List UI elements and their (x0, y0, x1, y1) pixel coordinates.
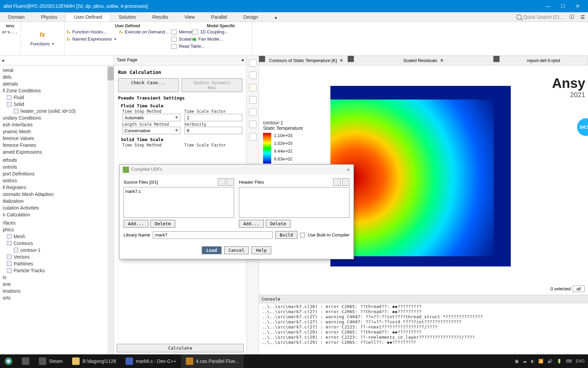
tree-node[interactable]: ference Values (0, 135, 114, 142)
rotate-icon[interactable] (249, 96, 257, 104)
tray-icon[interactable]: ▣ (515, 359, 519, 364)
tree-node[interactable]: ference Frames (0, 142, 114, 149)
cancel-button[interactable]: Cancel (224, 246, 249, 254)
outline-toolbar[interactable]: ▾ (0, 56, 114, 65)
tree-node[interactable]: heater_zone (solid, id=10) (0, 108, 114, 114)
close-icon[interactable]: ✕ (340, 58, 343, 63)
help-button[interactable]: Help (251, 246, 271, 254)
ribbon-function-hooks[interactable]: fₓFunction Hooks... (67, 29, 117, 34)
system-tray[interactable]: ▣ ☁ ◐ 📶 🔊 🔋 ⌨ ENG (511, 359, 588, 364)
box-icon[interactable] (249, 72, 257, 79)
taskbar-chrome[interactable] (0, 354, 17, 368)
tree-node[interactable]: itialization (0, 198, 114, 204)
delete-source-button[interactable]: Delete (150, 220, 175, 228)
tree-node[interactable]: Vectors (0, 254, 114, 260)
header-files-list[interactable] (239, 187, 349, 218)
recording-timer-badge[interactable]: 04:55 (577, 118, 588, 136)
close-icon[interactable]: ✕ (440, 58, 444, 63)
viewtab-report[interactable]: report-def-0-rplot (500, 56, 588, 65)
deselect-all-icon[interactable] (342, 178, 349, 186)
verbosity-input[interactable]: 0 (184, 127, 243, 134)
tree-node[interactable]: aterials (0, 80, 114, 87)
select-all-icon[interactable] (218, 178, 225, 186)
maximize-button[interactable]: ☐ (556, 3, 570, 9)
menutab-user-defined[interactable]: User-Defined (65, 12, 110, 21)
language-indicator[interactable]: ENG (576, 359, 585, 364)
menutab-physics[interactable]: Physics (33, 12, 65, 21)
menutab-results[interactable]: Results (144, 12, 177, 21)
tree-node[interactable]: neral (0, 67, 114, 74)
tree-node[interactable]: orts (0, 294, 114, 301)
tree-node[interactable]: ts (0, 274, 114, 281)
menutab-view[interactable]: View (176, 12, 203, 21)
zoom-icon[interactable] (249, 121, 257, 128)
mesh-display-icon[interactable] (249, 59, 257, 67)
viewtab-residuals[interactable]: Scaled Residuals✕ (354, 56, 493, 65)
load-button[interactable]: Load (202, 246, 221, 254)
tree-node[interactable]: imations (0, 288, 114, 294)
close-button[interactable]: ✕ (571, 3, 585, 9)
minimize-button[interactable]: — (541, 3, 555, 9)
ribbon-execute-on-demand[interactable]: fₓExecute on Demand... (119, 29, 169, 34)
taskbar-devcpp[interactable]: mark6.c - Dev-C++ (121, 354, 181, 368)
tree-node[interactable]: ll Registers (0, 184, 114, 191)
tree-node[interactable]: culation Activities (0, 204, 114, 211)
library-name-input[interactable]: mark7 (153, 231, 273, 239)
vscrollbar[interactable] (108, 65, 114, 354)
viewtab-contours[interactable]: Contours of Static Temperature [K]✕ (265, 56, 348, 65)
source-file-item[interactable]: mark7.c (125, 189, 232, 194)
selection-scope[interactable]: all (573, 286, 585, 292)
tree-node[interactable]: Mesh (0, 233, 114, 240)
tree-node[interactable]: rfaces (0, 219, 114, 226)
add-source-button[interactable]: Add... (124, 220, 148, 228)
help-button[interactable]: ⓘ (566, 12, 577, 21)
calculate-button[interactable]: Calculate (117, 344, 244, 352)
delete-header-button[interactable]: Delete (266, 220, 291, 228)
time-step-method-combo[interactable]: Automatic (122, 114, 180, 121)
menutab-solution[interactable]: Solution (111, 12, 144, 21)
dialog-close-button[interactable]: ✕ (346, 167, 350, 172)
ribbon-named-expressions[interactable]: fₓNamed Expressions ▾ (67, 36, 117, 42)
tree-node[interactable]: Solid (0, 101, 114, 108)
ribbon-functions-dropdown[interactable]: Functions ▾ (30, 41, 54, 46)
tree-node[interactable]: Pathlines (0, 260, 114, 267)
menutab-domain[interactable]: Domain (0, 12, 33, 21)
task-collapse[interactable]: ◂ (241, 57, 244, 64)
pan-icon[interactable] (249, 108, 257, 116)
tree-node[interactable]: dels (0, 74, 114, 80)
taskbar-folder[interactable]: B:\dagong\1128 (67, 354, 121, 368)
tree-node[interactable]: utomatic Mesh Adaption (0, 191, 114, 198)
taskbar-app2[interactable] (17, 354, 34, 368)
ribbon-1d-coupling[interactable]: 1D Coupling... (193, 29, 228, 34)
source-files-list[interactable]: mark7.c (124, 187, 234, 218)
menutab-design[interactable]: Design (235, 12, 266, 21)
fit-icon[interactable] (249, 133, 257, 140)
check-case-button[interactable]: Check Case... (118, 78, 179, 92)
tree-node[interactable]: amed Expressions (0, 149, 114, 155)
tree-node[interactable]: ll Zone Conditions (0, 87, 114, 94)
pointer-icon[interactable] (249, 84, 257, 91)
volume-icon[interactable]: 🔊 (548, 359, 553, 364)
tray-icon[interactable]: ◐ (531, 359, 534, 364)
tray-icon[interactable]: ☁ (523, 359, 527, 364)
tree-node[interactable]: undary Conditions (0, 114, 114, 121)
panel-toggle-button[interactable]: ☰ (577, 12, 588, 21)
tree-node[interactable]: Contours (0, 240, 114, 247)
taskbar-steam[interactable]: Steam (34, 354, 67, 368)
tree-node[interactable]: onitors (0, 177, 114, 184)
ribbon-item-ers[interactable]: ers... (2, 29, 18, 34)
tree-node[interactable]: ethods (0, 157, 114, 164)
build-button[interactable]: Build (275, 231, 297, 239)
update-dynamic-mesh-button[interactable]: Update Dynamic Mes (182, 78, 243, 92)
tree-node[interactable]: esh Interfaces (0, 121, 114, 128)
battery-icon[interactable]: 🔋 (557, 359, 562, 364)
select-all-icon[interactable] (333, 178, 341, 186)
tree-node[interactable]: contour-1 (0, 247, 114, 254)
deselect-all-icon[interactable] (227, 178, 234, 186)
menutab-parallel[interactable]: Parallel (203, 12, 235, 21)
console-output[interactable]: ..\..\src\mark7.c(26) : error C2065: ??t… (259, 303, 588, 354)
ribbon-fan-model[interactable]: ◉Fan Model... (193, 36, 228, 42)
tree-node[interactable]: port Definitions (0, 170, 114, 177)
length-scale-method-combo[interactable]: Conservative (122, 127, 180, 134)
menutab-collapse[interactable]: ▴ (266, 12, 285, 21)
